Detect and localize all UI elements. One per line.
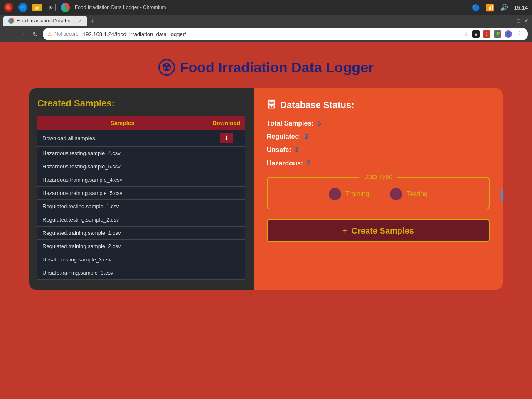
sample-download-cell xyxy=(207,187,245,200)
database-icon: 🗄 xyxy=(267,100,276,111)
create-btn-icon: + xyxy=(342,226,347,236)
raspberry-pi-icon: 🍓 xyxy=(4,3,13,12)
folder-icon[interactable]: 📁 xyxy=(32,4,42,11)
sample-filename: Hazardous.testing.sample_4.csv xyxy=(37,147,207,160)
scrollbar-indicator xyxy=(501,189,503,202)
browser-title-bar: Food Irradiation Data Lo... ✕ + − □ ✕ xyxy=(0,15,532,26)
unsafe-value: 1 xyxy=(295,146,299,153)
radio-training-outer xyxy=(329,188,341,200)
sample-download-cell xyxy=(207,213,245,227)
app-body: ☢ Food Irradiation Data Logger Created S… xyxy=(0,42,532,306)
radio-testing-option[interactable]: Testing xyxy=(390,188,428,200)
browser-addressbar-row: ← → ↻ ⚠ Not secure 192.168.1.24/food_irr… xyxy=(0,26,532,42)
radio-testing-inner xyxy=(394,192,398,196)
ext-icon-shield[interactable]: 🛡 xyxy=(483,30,490,38)
chromium-icon[interactable] xyxy=(61,3,70,12)
download-all-button[interactable]: ⬇ xyxy=(220,133,233,143)
radio-testing-label: Testing xyxy=(406,190,428,198)
unsafe-row: Unsafe: 1 xyxy=(267,146,490,154)
forward-button[interactable]: → xyxy=(17,30,27,39)
table-row: Hazardous.training.sample_5.csv xyxy=(37,187,245,200)
reload-button[interactable]: ↻ xyxy=(31,30,39,39)
create-btn-label: Create Samples xyxy=(352,226,414,236)
hazardous-value: 2 xyxy=(307,160,310,167)
bluetooth-icon: 🔵 xyxy=(472,4,480,12)
tab-label: Food Irradiation Data Lo... xyxy=(17,18,74,24)
col-header-samples: Samples xyxy=(37,116,207,130)
addressbar-icons: ☆ ■ 🛡 🧩 👤 ⋮ xyxy=(464,30,523,39)
sample-filename: Hazardous.training.sample_5.csv xyxy=(37,187,207,200)
sample-download-cell xyxy=(207,253,245,266)
terminal-icon[interactable]: $> xyxy=(47,4,56,11)
create-samples-button[interactable]: + Create Samples xyxy=(267,219,490,242)
hazardous-label: Hazardous: xyxy=(267,160,303,167)
table-row: Hazardous.testing.sample_4.csv xyxy=(37,147,245,160)
ext-icon-lock[interactable]: 👤 xyxy=(505,30,512,38)
download-icon: ⬇ xyxy=(224,135,229,141)
db-status-label: Database Status: xyxy=(280,100,355,111)
tab-close-button[interactable]: ✕ xyxy=(79,18,82,24)
radiation-icon: ☢ xyxy=(158,59,175,76)
radio-training-label: Training xyxy=(345,190,369,198)
db-status-title: 🗄 Database Status: xyxy=(267,100,490,111)
browser-tab-active[interactable]: Food Irradiation Data Lo... ✕ xyxy=(3,16,87,26)
menu-button[interactable]: ⋮ xyxy=(515,30,523,39)
browser-topbar-left: 🍓 🌐 📁 $> Food Irradiation Data Logger - … xyxy=(4,3,166,12)
sample-download-cell xyxy=(207,173,245,187)
sample-download-cell xyxy=(207,200,245,213)
browser-chrome: 🍓 🌐 📁 $> Food Irradiation Data Logger - … xyxy=(0,0,532,42)
table-header: Samples Download xyxy=(37,116,245,130)
browser-tab-row: Food Irradiation Data Lo... ✕ + − □ ✕ xyxy=(0,16,532,26)
unsafe-label: Unsafe: xyxy=(267,146,291,153)
download-all-label: Download all samples. xyxy=(37,130,207,147)
browser-topbar: 🍓 🌐 📁 $> Food Irradiation Data Logger - … xyxy=(0,0,532,15)
sample-download-cell xyxy=(207,227,245,240)
total-samples-row: Total Samples: 5 xyxy=(267,120,490,127)
new-tab-button[interactable]: + xyxy=(90,17,94,26)
app-title-text: Food Irradiation Data Logger xyxy=(180,59,374,76)
minimize-button[interactable]: − xyxy=(510,17,513,24)
table-row: Regulated.training.sample_1.csv xyxy=(37,227,245,240)
not-secure-label: Not secure xyxy=(54,31,79,37)
sample-filename: Regulated.training.sample_2.csv xyxy=(37,240,207,253)
sample-filename: Hazardous.testing.sample_5.csv xyxy=(37,160,207,173)
radio-training-option[interactable]: Training xyxy=(329,188,369,200)
sample-filename: Regulated.testing.sample_2.csv xyxy=(37,213,207,227)
back-button[interactable]: ← xyxy=(4,30,14,39)
tab-favicon xyxy=(8,18,14,24)
total-samples-value: 5 xyxy=(318,120,321,127)
sample-filename: Regulated.testing.sample_1.csv xyxy=(37,200,207,213)
app-header: ☢ Food Irradiation Data Logger xyxy=(12,51,520,88)
clock: 15:14 xyxy=(514,5,528,11)
ext-icon-puzzle[interactable]: 🧩 xyxy=(494,30,501,38)
bookmark-icon[interactable]: ☆ xyxy=(464,31,469,37)
sample-download-cell xyxy=(207,160,245,173)
wifi-icon: 📶 xyxy=(486,4,494,12)
samples-table: Samples Download Download all samples. ⬇… xyxy=(37,116,245,280)
restore-button[interactable]: □ xyxy=(517,17,520,24)
sample-filename: Unsafe.training.sample_3.csv xyxy=(37,266,207,280)
main-content: Created Samples: Samples Download Downlo… xyxy=(29,88,503,290)
globe-icon[interactable]: 🌐 xyxy=(18,3,27,12)
sample-filename: Unsafe.testing.sample_3.csv xyxy=(37,253,207,266)
address-bar[interactable]: ⚠ Not secure 192.168.1.24/food_irradiati… xyxy=(43,28,528,40)
table-row: Regulated.testing.sample_2.csv xyxy=(37,213,245,227)
table-row: Hazardous.testing.sample_5.csv xyxy=(37,160,245,173)
ext-icon-1[interactable]: ■ xyxy=(472,30,480,38)
radio-training-inner xyxy=(333,192,337,196)
total-samples-label: Total Samples: xyxy=(267,120,314,127)
left-panel: Created Samples: Samples Download Downlo… xyxy=(29,88,254,290)
app-title: ☢ Food Irradiation Data Logger xyxy=(12,59,520,76)
url-text[interactable]: 192.168.1.24/food_irradiation_data_logge… xyxy=(83,31,186,37)
samples-tbody: Download all samples. ⬇ Hazardous.testin… xyxy=(37,130,245,280)
hazardous-row: Hazardous: 2 xyxy=(267,160,490,167)
sample-filename: Regulated.training.sample_1.csv xyxy=(37,227,207,240)
download-all-cell: ⬇ xyxy=(207,130,245,147)
sample-download-cell xyxy=(207,266,245,280)
close-button[interactable]: ✕ xyxy=(524,17,529,24)
radio-group: Training Testing xyxy=(276,185,480,200)
not-secure-indicator: ⚠ xyxy=(48,32,52,37)
col-header-download: Download xyxy=(207,116,245,130)
table-row: Unsafe.testing.sample_3.csv xyxy=(37,253,245,266)
volume-icon: 🔊 xyxy=(500,4,508,12)
